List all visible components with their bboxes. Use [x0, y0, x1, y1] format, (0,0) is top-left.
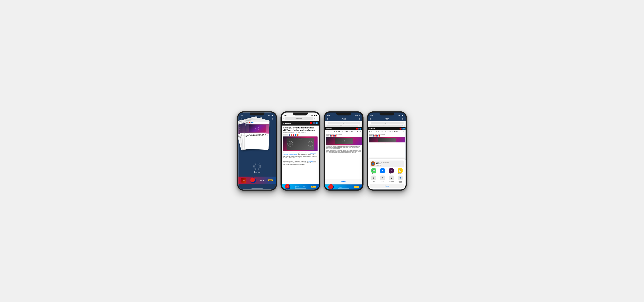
stumble-share[interactable]: su — [297, 134, 298, 136]
mini-refresh[interactable]: ↻ — [361, 122, 362, 123]
article-link-1[interactable]: long-awaited Pascal beta drivers for the… — [283, 152, 316, 155]
inner-more[interactable]: ⋮ — [360, 125, 362, 127]
article-text-body: As we reported earlier this morning, Nvi… — [283, 152, 318, 165]
fb-share-4[interactable]: f — [373, 135, 374, 137]
phone-4-inner: 2:46 ●●● ▲ ▮▮ ⚙ Today 2:45 PM — [368, 113, 406, 190]
battery-icon-2: ▮▮ — [316, 115, 317, 116]
ad-only-at: Only at — [303, 186, 306, 187]
li-3[interactable]: in — [334, 135, 335, 137]
cancel-button[interactable]: Cancel — [370, 184, 404, 188]
fb-share-3[interactable]: f — [330, 135, 331, 137]
share-action-save-image[interactable]: ⤓ Save Image — [388, 175, 394, 183]
trash-icon-4[interactable]: 🗑 — [402, 118, 404, 120]
inner-url-bar-4[interactable]: 9to5mac.com — [370, 125, 402, 127]
inner-browser-bar: × 9to5mac.com GO ⋮ — [325, 125, 362, 127]
phone-3-site-logo: 9TO5Mac — [326, 128, 332, 130]
pepsi-3: P — [328, 184, 334, 189]
share-action-print[interactable]: 🖨 Print — [379, 175, 386, 183]
mini-refresh-4[interactable]: ↻ — [404, 122, 405, 123]
share-icon[interactable]: ⊡ — [314, 118, 315, 120]
pepsi-text-3: pepsi — [339, 186, 342, 188]
phone-2-article-content: 9TO5Mac ▶ f t How to power the MacBook P… — [282, 121, 319, 184]
su-4[interactable]: su — [379, 135, 380, 137]
phone-3-nav-title: Today 2:45 PM — [342, 117, 346, 120]
pin-3[interactable]: P — [332, 135, 334, 137]
fb-share[interactable]: f — [289, 134, 290, 136]
phone-4-home-indicator — [382, 188, 392, 189]
phone-3-inner: 2:45 ●●● ▲ ▮▮ ⚙ Today 2:45 PM — [325, 113, 362, 190]
yt-4: ▶ — [400, 128, 401, 130]
article-link-2[interactable]: Hackintosh — [308, 161, 314, 162]
phone-3-share-bar: ↑ Share — [325, 179, 362, 184]
stitching-indicator: Stitching — [254, 163, 261, 173]
article-hero-image: EVGA — [283, 137, 318, 151]
phone-2-browser-bar: × 9to5mac.com ⊡ ⋮ — [282, 117, 319, 121]
pinterest-share[interactable]: P — [292, 134, 294, 136]
mini-time-4: 2:44 — [369, 123, 370, 124]
inner-more-4[interactable]: ⋮ — [404, 125, 405, 127]
phone-2-article-body: How to power the MacBook Pro with an eGP… — [282, 126, 319, 166]
signal-icon-4: ●●● — [398, 115, 400, 116]
phone-4-article-body: How to power the MacBook Pro with an eGP… — [368, 130, 406, 145]
wifi-icon-3: ▲ — [357, 115, 358, 116]
li-4[interactable]: in — [377, 135, 378, 137]
mini-url-bar-3[interactable]: google.com — [328, 122, 360, 124]
share-sheet-overlay: 👤 Tap to share with AirDrop Michael MacB… — [368, 159, 406, 190]
scale-wrapper: 2:45 ●●● ▲ ▮▮ ⚙ Today 2:45 PM — [232, 106, 412, 196]
stacked-card-4: 9to5mac.com 9TO5Mac ▶ f t — [244, 119, 270, 150]
airdrop-section[interactable]: 👤 Tap to share with AirDrop Michael MacB… — [370, 160, 404, 167]
phone-4-article-meta: Jeff Benjamin · Apr. 11th 2017 2:02 pm P… — [369, 134, 405, 135]
phone-2-status-icons: ●●● ▲ ▮▮ — [312, 115, 317, 116]
phone-3-article-meta: Jeff Benjamin · Apr. 11th 2017 2:02 pm P… — [326, 134, 362, 135]
settings-icon-3[interactable]: ⚙ — [327, 118, 328, 120]
phone-2-inner: 2:45 ●●● ▲ ▮▮ × 9to5mac.com ⊡ — [282, 113, 319, 190]
su-3[interactable]: su — [335, 135, 336, 137]
settings-icon-4[interactable]: ⚙ — [370, 118, 372, 120]
share-app-mail[interactable]: ✉ Mail — [379, 168, 386, 174]
trash-icon[interactable]: 🗑 — [272, 118, 274, 120]
phone-3-article-title: How to power the MacBook Pro with an eGP… — [326, 131, 362, 134]
gplus-4[interactable]: G — [374, 135, 376, 137]
url-text: 9to5mac.com — [296, 118, 302, 119]
share-button[interactable]: ↑ Share — [341, 181, 346, 183]
comments-button[interactable]: Comments — [283, 134, 288, 136]
cancel-label: Cancel — [384, 185, 390, 187]
phone-3: 2:45 ●●● ▲ ▮▮ ⚙ Today 2:45 PM — [324, 111, 363, 191]
phone-1-home-indicator — [252, 188, 262, 189]
card-stack: google.com ← → ↻ 9to5Mac How to power th… — [243, 120, 271, 155]
inner-nav-fwd-4[interactable]: GO — [402, 125, 403, 126]
pepsi-ad-logo: P — [285, 184, 290, 189]
phone-1-notch — [250, 113, 264, 116]
fb-3: f — [358, 128, 360, 130]
share-action-copy[interactable]: ⧉ Copy — [370, 175, 377, 183]
close-tab-icon[interactable]: × — [283, 118, 284, 120]
print-action-label: Print — [382, 181, 384, 182]
yt-3: ▶ — [356, 128, 358, 130]
inner-close[interactable]: × — [326, 125, 326, 127]
mini-url-bar-4[interactable]: google.com — [371, 122, 404, 124]
gplus-3[interactable]: G — [331, 135, 332, 137]
gpu-visual: EVGA — [286, 138, 314, 150]
settings-icon[interactable]: ⚙ — [240, 118, 242, 120]
trash-icon-3[interactable]: 🗑 — [359, 118, 360, 120]
linkedin-share[interactable]: in — [295, 134, 296, 136]
nav-title-sub-4: 2:45 PM — [385, 119, 389, 120]
share-app-notes[interactable]: 📝 Add to Notes — [397, 168, 404, 174]
share-app-slack[interactable]: S Slack — [388, 168, 394, 174]
print-action-icon: 🖨 — [380, 175, 385, 180]
gplus-share[interactable]: G+ — [291, 134, 292, 136]
share-action-assign-contact[interactable]: 👤 Assign to Contact — [397, 175, 404, 183]
more-icon[interactable]: ⋮ — [316, 118, 318, 120]
comments-btn-4[interactable]: Comments — [369, 135, 373, 137]
share-app-message[interactable]: 💬 Message — [370, 168, 377, 174]
phone-2-notch — [293, 113, 308, 116]
phone-1: 2:45 ●●● ▲ ▮▮ ⚙ Today 2:45 PM — [237, 111, 277, 191]
pin-4[interactable]: P — [376, 135, 377, 137]
airdrop-info: Tap to share with AirDrop Michael MacBoo… — [376, 162, 403, 166]
inner-nav-fwd[interactable]: GO — [359, 125, 360, 126]
phone-3-article-text: As we reported earlier this morning, Nvi… — [326, 146, 362, 153]
comments-btn-3[interactable]: Comments — [326, 135, 330, 137]
inner-url-bar[interactable]: 9to5mac.com — [327, 125, 358, 127]
inner-close-4[interactable]: × — [369, 125, 370, 127]
url-bar[interactable]: 9to5mac.com — [284, 117, 313, 120]
